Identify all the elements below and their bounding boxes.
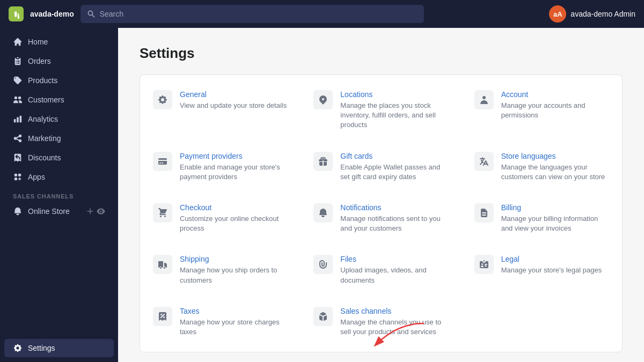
sidebar-item-customers[interactable]: Customers — [4, 91, 114, 109]
settings-item-locations[interactable]: Locations Manage the places you stock in… — [301, 79, 461, 141]
search-bar[interactable] — [80, 5, 424, 23]
gear-icon — [157, 94, 168, 105]
settings-item-billing[interactable]: Billing Manage your billing information … — [462, 193, 622, 244]
shipping-icon — [157, 259, 168, 270]
account-icon-container — [474, 90, 494, 109]
checkout-icon-container — [153, 203, 172, 223]
add-channel-icon[interactable] — [86, 207, 94, 216]
gift-icon — [318, 156, 328, 167]
payment-icon-container — [153, 152, 172, 171]
view-channel-icon[interactable] — [97, 207, 105, 216]
sales-channels-icon-container — [313, 307, 333, 326]
settings-item-notifications[interactable]: Notifications Manage notifications sent … — [301, 193, 461, 244]
settings-item-checkout[interactable]: Checkout Customize your online checkout … — [140, 193, 301, 244]
general-icon-container — [153, 90, 172, 109]
sidebar-label-settings: Settings — [28, 344, 55, 352]
customers-icon — [13, 95, 23, 105]
page-title: Settings — [140, 45, 623, 62]
locations-title: Locations — [340, 90, 448, 99]
store-languages-desc: Manage the languages your customers can … — [501, 162, 609, 182]
search-input[interactable] — [100, 10, 418, 18]
sidebar-item-apps[interactable]: Apps — [4, 168, 114, 186]
shopify-logo — [9, 6, 24, 21]
files-desc: Upload images, videos, and documents — [340, 265, 448, 285]
billing-title: Billing — [501, 203, 609, 212]
discounts-icon — [13, 153, 23, 162]
sidebar: Home Orders Products Customers Analytics… — [0, 28, 118, 362]
notifications-title: Notifications — [340, 203, 448, 212]
sidebar-label-discounts: Discounts — [28, 153, 61, 162]
sales-channels-desc: Manage the channels you use to sell your… — [340, 317, 448, 337]
legal-icon — [479, 259, 489, 270]
sales-channels-title: Sales channels — [340, 307, 448, 315]
settings-item-legal[interactable]: Legal Manage your store's legal pages — [462, 244, 622, 295]
sales-channels-section-label: SALES CHANNELS — [4, 187, 114, 202]
settings-item-payment[interactable]: Payment providers Enable and manage your… — [140, 141, 301, 193]
sidebar-item-settings[interactable]: Settings — [4, 339, 114, 357]
main-content: Settings General View and update your st… — [118, 28, 644, 362]
files-icon-container — [313, 255, 333, 274]
settings-item-files[interactable]: Files Upload images, videos, and documen… — [301, 244, 461, 295]
sidebar-item-discounts[interactable]: Discounts — [4, 149, 114, 167]
legal-title: Legal — [501, 255, 609, 263]
sidebar-label-apps: Apps — [28, 173, 45, 181]
sidebar-label-customers: Customers — [28, 95, 64, 104]
gift-icon-container — [313, 152, 333, 171]
sales-channels-icon — [318, 311, 328, 322]
checkout-icon — [157, 208, 168, 218]
settings-item-taxes[interactable]: Taxes Manage how your store charges taxe… — [140, 296, 301, 348]
sidebar-item-orders[interactable]: Orders — [4, 52, 114, 70]
locations-icon-container — [313, 90, 333, 109]
apps-icon — [13, 172, 23, 182]
sidebar-label-home: Home — [28, 38, 48, 46]
languages-icon-container — [474, 152, 494, 171]
settings-item-sales-channels[interactable]: Sales channels Manage the channels you u… — [301, 296, 461, 348]
billing-icon — [479, 208, 489, 218]
user-menu[interactable]: aA avada-demo Admin — [549, 5, 635, 23]
settings-item-shipping[interactable]: Shipping Manage how you ship orders to c… — [140, 244, 301, 295]
products-icon — [13, 76, 23, 85]
sidebar-item-analytics[interactable]: Analytics — [4, 110, 114, 128]
taxes-icon — [157, 311, 168, 322]
store-languages-title: Store languages — [501, 152, 609, 160]
files-title: Files — [340, 255, 448, 263]
settings-item-account[interactable]: Account Manage your accounts and permiss… — [462, 79, 622, 141]
notifications-icon — [318, 208, 328, 218]
taxes-desc: Manage how your store charges taxes — [180, 317, 288, 337]
gift-cards-title: Gift cards — [340, 152, 448, 160]
settings-item-gift-cards[interactable]: Gift cards Enable Apple Wallet passes an… — [301, 141, 461, 193]
gift-cards-desc: Enable Apple Wallet passes and set gift … — [340, 162, 448, 182]
header: avada-demo aA avada-demo Admin — [0, 0, 644, 28]
notifications-desc: Manage notifications sent to you and you… — [340, 214, 448, 233]
sidebar-item-marketing[interactable]: Marketing — [4, 129, 114, 147]
shipping-icon-container — [153, 255, 172, 274]
sidebar-label-analytics: Analytics — [28, 115, 58, 123]
payment-desc: Enable and manage your store's payment p… — [180, 162, 288, 182]
billing-desc: Manage your billing information and view… — [501, 214, 609, 233]
account-title: Account — [501, 90, 609, 99]
legal-desc: Manage your store's legal pages — [501, 265, 609, 275]
sidebar-item-products[interactable]: Products — [4, 71, 114, 90]
files-icon — [318, 259, 328, 270]
locations-desc: Manage the places you stock inventory, f… — [340, 101, 448, 130]
billing-icon-container — [474, 203, 494, 223]
sidebar-label-products: Products — [28, 76, 57, 85]
checkout-title: Checkout — [180, 203, 288, 212]
sidebar-item-home[interactable]: Home — [4, 33, 114, 51]
languages-icon — [479, 156, 489, 167]
sidebar-label-orders: Orders — [28, 57, 51, 65]
settings-item-store-languages[interactable]: Store languages Manage the languages you… — [462, 141, 622, 193]
notifications-icon-container — [313, 203, 333, 223]
home-icon — [13, 37, 23, 47]
shipping-title: Shipping — [180, 255, 288, 263]
sidebar-label-marketing: Marketing — [28, 134, 61, 143]
sidebar-item-online-store[interactable]: Online Store — [4, 202, 114, 220]
payment-icon — [157, 156, 168, 167]
avatar: aA — [549, 5, 566, 23]
settings-grid: General View and update your store detai… — [140, 79, 622, 348]
online-store-icon — [13, 206, 23, 216]
payment-title: Payment providers — [180, 152, 288, 160]
settings-item-general[interactable]: General View and update your store detai… — [140, 79, 301, 141]
shipping-desc: Manage how you ship orders to customers — [180, 265, 288, 285]
marketing-icon — [13, 134, 23, 143]
